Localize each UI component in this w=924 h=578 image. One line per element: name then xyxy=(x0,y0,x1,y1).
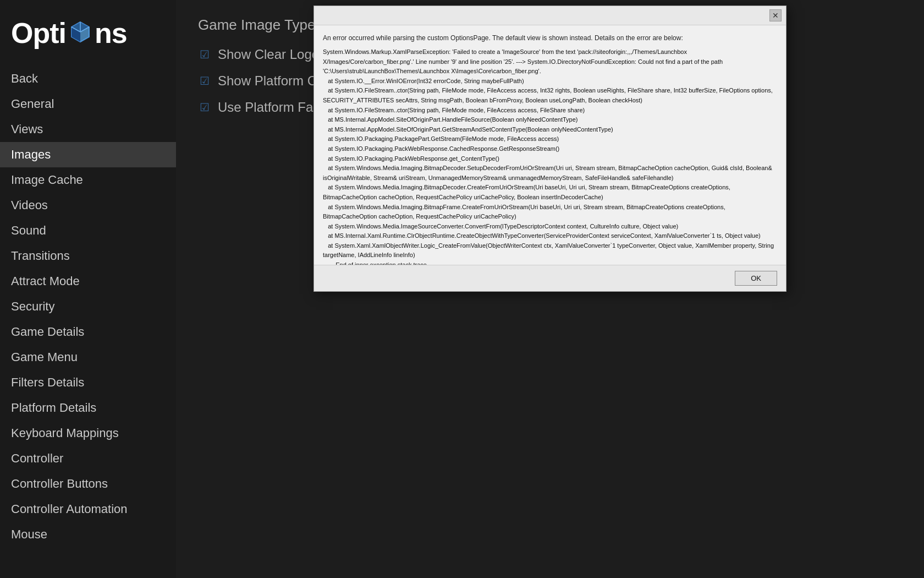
app-logo: Opti ns xyxy=(0,6,176,66)
dialog-footer: OK xyxy=(314,265,786,291)
dialog-close-button[interactable]: ✕ xyxy=(769,9,782,21)
sidebar-item-game-details[interactable]: Game Details xyxy=(0,319,176,345)
main-content: Game Image Type: Boxes ☑ Show Clear Logo… xyxy=(176,0,924,578)
sidebar-item-keyboard-mappings[interactable]: Keyboard Mappings xyxy=(0,421,176,446)
sidebar-item-attract-mode[interactable]: Attract Mode xyxy=(0,269,176,294)
sidebar-item-transitions[interactable]: Transitions xyxy=(0,243,176,269)
error-dialog: ✕ An error occurred while parsing the cu… xyxy=(314,6,787,292)
logo-text-ns: ns xyxy=(95,17,127,50)
dialog-overlay: ✕ An error occurred while parsing the cu… xyxy=(176,0,924,578)
sidebar-item-general[interactable]: General xyxy=(0,91,176,117)
dialog-body: An error occurred while parsing the cust… xyxy=(314,25,786,265)
logo-cube-icon xyxy=(68,20,92,44)
logo-text-opti: Opti xyxy=(11,17,66,50)
sidebar-item-image-cache[interactable]: Image Cache xyxy=(0,167,176,193)
sidebar-navigation: Back General Views Images Image Cache Vi… xyxy=(0,66,176,547)
sidebar-item-mouse[interactable]: Mouse xyxy=(0,522,176,547)
sidebar-item-controller[interactable]: Controller xyxy=(0,446,176,471)
sidebar-item-filters-details[interactable]: Filters Details xyxy=(0,370,176,395)
sidebar-item-images[interactable]: Images xyxy=(0,142,176,167)
sidebar-item-security[interactable]: Security xyxy=(0,294,176,319)
sidebar-item-controller-buttons[interactable]: Controller Buttons xyxy=(0,471,176,497)
sidebar-item-sound[interactable]: Sound xyxy=(0,218,176,243)
dialog-error-text: System.Windows.Markup.XamlParseException… xyxy=(323,47,777,265)
dialog-message-title: An error occurred while parsing the cust… xyxy=(323,33,777,43)
sidebar: Opti ns Back General Views Images Image … xyxy=(0,0,176,578)
sidebar-item-videos[interactable]: Videos xyxy=(0,193,176,218)
sidebar-item-controller-automation[interactable]: Controller Automation xyxy=(0,497,176,522)
sidebar-item-views[interactable]: Views xyxy=(0,117,176,142)
sidebar-item-back[interactable]: Back xyxy=(0,66,176,91)
sidebar-item-game-menu[interactable]: Game Menu xyxy=(0,345,176,370)
dialog-header: ✕ xyxy=(314,6,786,25)
dialog-ok-button[interactable]: OK xyxy=(735,271,777,286)
sidebar-item-platform-details[interactable]: Platform Details xyxy=(0,395,176,421)
